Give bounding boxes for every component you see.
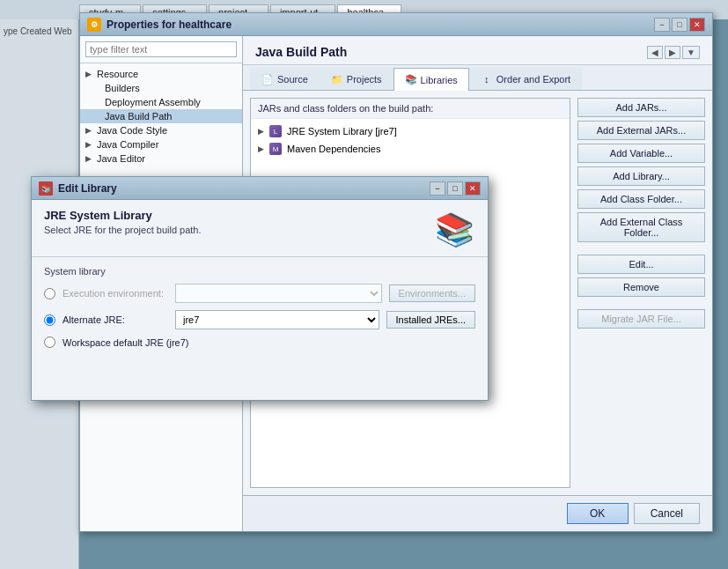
edit-minimize-button[interactable]: − <box>430 181 445 196</box>
dialog-footer: OK Cancel <box>243 495 712 531</box>
sidebar-item-java-compiler[interactable]: ▶ Java Compiler <box>80 137 242 151</box>
alternate-jre-row: Alternate JRE: jre7 Installed JREs... <box>44 310 475 329</box>
edit-dialog-title-buttons: − □ ✕ <box>430 181 481 196</box>
tab-source[interactable]: 📄 Source <box>250 68 320 90</box>
arrow-icon: ▶ <box>85 154 92 163</box>
edit-library-dialog: 📚 Edit Library − □ ✕ JRE System Library … <box>31 176 489 401</box>
ok-button[interactable]: OK <box>567 503 629 524</box>
workspace-default-row: Workspace default JRE (jre7) <box>44 336 475 348</box>
add-jars-button[interactable]: Add JARs... <box>577 98 705 117</box>
item-expand-icon: ▶ <box>258 144 264 153</box>
edit-dialog-subtitle: Select JRE for the project build path. <box>44 225 202 235</box>
workspace-default-radio[interactable] <box>44 336 55 348</box>
nav-forward-button[interactable]: ▶ <box>665 46 680 59</box>
tab-order-export[interactable]: ↕ Order and Export <box>469 68 582 90</box>
build-path-item-jre[interactable]: ▶ L JRE System Library [jre7] <box>254 122 566 140</box>
tab-libraries[interactable]: 📚 Libraries <box>393 68 469 91</box>
tab-projects[interactable]: 📁 Projects <box>320 68 393 90</box>
workspace-default-label: Workspace default JRE (jre7) <box>63 337 188 348</box>
add-variable-button[interactable]: Add Variable... <box>577 144 705 163</box>
source-tab-icon: 📄 <box>261 73 274 85</box>
projects-tab-icon: 📁 <box>331 73 343 85</box>
nav-back-button[interactable]: ◀ <box>647 46 663 59</box>
build-path-item-maven[interactable]: ▶ M Maven Dependencies <box>254 140 566 158</box>
execution-env-label: Execution environment: <box>63 288 168 299</box>
edit-dialog-icon: 📚 <box>39 181 53 196</box>
minimize-button[interactable]: − <box>654 18 670 32</box>
build-path-header: JARs and class folders on the build path… <box>251 99 570 119</box>
add-library-button[interactable]: Add Library... <box>577 166 705 186</box>
installed-jres-button[interactable]: Installed JREs... <box>386 311 475 329</box>
properties-title: ⚙ Properties for healthcare <box>87 18 232 32</box>
remove-button[interactable]: Remove <box>577 277 705 297</box>
button-spacer-2 <box>577 300 705 306</box>
edit-dialog-body: System library Execution environment: En… <box>32 257 488 400</box>
arrow-icon: ▶ <box>85 126 92 135</box>
nav-arrows: ◀ ▶ ▼ <box>647 46 700 59</box>
maximize-button[interactable]: □ <box>672 18 688 32</box>
execution-env-row: Execution environment: Environments... <box>44 284 475 303</box>
sidebar-item-java-build-path[interactable]: Java Build Path <box>80 109 242 123</box>
properties-icon: ⚙ <box>87 18 101 32</box>
tabs-bar: 📄 Source 📁 Projects 📚 Libraries ↕ Order … <box>243 65 712 91</box>
content-header: Java Build Path ◀ ▶ ▼ <box>243 36 712 65</box>
arrow-icon: ▶ <box>85 70 92 78</box>
sidebar-item-resource[interactable]: ▶ Resource <box>80 67 242 81</box>
close-button[interactable]: ✕ <box>689 18 705 32</box>
content-title: Java Build Path <box>255 45 347 59</box>
library-icon: M <box>269 143 282 155</box>
titlebar-buttons: − □ ✕ <box>654 18 705 32</box>
nav-down-button[interactable]: ▼ <box>682 46 700 59</box>
libraries-tab-icon: 📚 <box>405 74 417 86</box>
order-export-tab-icon: ↕ <box>481 73 493 85</box>
add-class-folder-button[interactable]: Add Class Folder... <box>577 189 705 209</box>
filter-input[interactable] <box>85 41 237 57</box>
sidebar-item-deployment-assembly[interactable]: Deployment Assembly <box>80 95 242 109</box>
alternate-jre-select[interactable]: jre7 <box>175 310 379 329</box>
alternate-jre-radio[interactable] <box>44 314 55 326</box>
buttons-panel: Add JARs... Add External JARs... Add Var… <box>577 98 705 488</box>
sidebar-item-java-code-style[interactable]: ▶ Java Code Style <box>80 123 242 137</box>
migrate-jar-button[interactable]: Migrate JAR File... <box>577 309 705 329</box>
execution-env-select[interactable] <box>175 284 382 303</box>
cancel-button[interactable]: Cancel <box>634 503 700 524</box>
library-icon: L <box>269 125 282 137</box>
add-external-jars-button[interactable]: Add External JARs... <box>577 121 705 140</box>
add-external-class-folder-button[interactable]: Add External Class Folder... <box>577 212 705 242</box>
item-expand-icon: ▶ <box>258 127 264 136</box>
button-spacer <box>577 246 705 251</box>
system-library-label: System library <box>44 266 475 277</box>
sidebar-item-java-editor[interactable]: ▶ Java Editor <box>80 151 242 166</box>
edit-dialog-heading: JRE System Library <box>44 209 202 222</box>
edit-close-button[interactable]: ✕ <box>465 181 481 196</box>
edit-button[interactable]: Edit... <box>577 255 705 274</box>
edit-dialog-title: 📚 Edit Library <box>39 181 117 196</box>
edit-dialog-header: JRE System Library Select JRE for the pr… <box>32 200 488 257</box>
properties-titlebar: ⚙ Properties for healthcare − □ ✕ <box>80 13 712 36</box>
filter-box <box>80 36 242 63</box>
environments-button[interactable]: Environments... <box>389 284 475 302</box>
left-panel-text: ype Created Web <box>4 26 72 36</box>
alternate-jre-label: Alternate JRE: <box>63 314 168 325</box>
books-icon: 📚 <box>433 209 475 251</box>
edit-dialog-titlebar: 📚 Edit Library − □ ✕ <box>32 177 488 200</box>
sidebar-item-builders[interactable]: Builders <box>80 81 242 95</box>
arrow-icon: ▶ <box>85 140 92 149</box>
execution-env-radio[interactable] <box>44 288 55 299</box>
edit-maximize-button[interactable]: □ <box>447 181 463 196</box>
